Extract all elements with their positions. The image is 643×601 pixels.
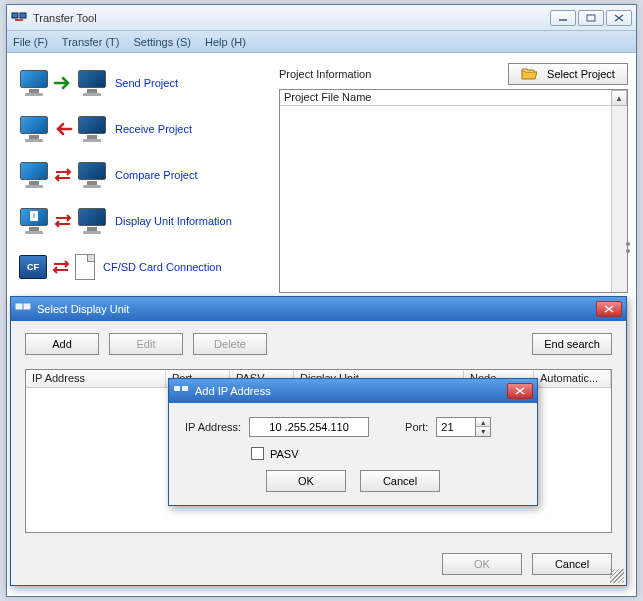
- maximize-button[interactable]: [578, 10, 604, 26]
- pasv-checkbox[interactable]: [251, 447, 264, 460]
- transfer-tool-icon: [11, 10, 27, 26]
- svg-rect-3: [587, 15, 595, 21]
- close-button[interactable]: [596, 301, 622, 317]
- ip-port-row: IP Address: Port: ▲ ▼: [185, 417, 521, 437]
- transfer-tool-icon: [173, 383, 189, 399]
- menu-transfer[interactable]: Transfer (T): [62, 36, 120, 48]
- monitor-icon: [19, 161, 49, 189]
- pasv-label: PASV: [270, 448, 299, 460]
- action-label: Send Project: [115, 77, 178, 89]
- arrow-both-icon: [53, 168, 73, 182]
- window-title: Transfer Tool: [33, 12, 550, 24]
- col-ip[interactable]: IP Address: [26, 370, 166, 387]
- ok-button[interactable]: OK: [442, 553, 522, 575]
- edit-button[interactable]: Edit: [109, 333, 183, 355]
- cfsd-icons: CF: [15, 254, 95, 280]
- dialog-footer: OK Cancel: [442, 553, 612, 575]
- ip-address-input[interactable]: [249, 417, 369, 437]
- menubar: File (F) Transfer (T) Settings (S) Help …: [7, 31, 636, 53]
- monitor-icon: [19, 115, 49, 143]
- dialog-buttons: OK Cancel: [185, 470, 521, 492]
- content-area: Send Project Receive Project Compare Pro…: [7, 53, 636, 303]
- end-search-button[interactable]: End search: [532, 333, 612, 355]
- unitinfo-icons: i: [15, 207, 107, 235]
- add-button[interactable]: Add: [25, 333, 99, 355]
- cancel-button[interactable]: Cancel: [532, 553, 612, 575]
- send-icons: [15, 69, 107, 97]
- column-header[interactable]: Project File Name: [280, 90, 627, 106]
- receive-icons: [15, 115, 107, 143]
- info-monitor-icon: i: [19, 207, 49, 235]
- document-icon: [75, 254, 95, 280]
- monitor-icon: [77, 207, 107, 235]
- monitor-icon: [19, 69, 49, 97]
- titlebar: Transfer Tool: [7, 5, 636, 31]
- action-send-project[interactable]: Send Project: [15, 63, 271, 103]
- close-button[interactable]: [606, 10, 632, 26]
- project-panel: Project Information Select Project Proje…: [279, 63, 628, 293]
- resize-handle[interactable]: [624, 239, 632, 259]
- select-project-button[interactable]: Select Project: [508, 63, 628, 85]
- svg-rect-6: [174, 386, 180, 391]
- svg-rect-4: [16, 304, 22, 309]
- arrow-left-icon: [53, 122, 73, 136]
- action-compare-project[interactable]: Compare Project: [15, 155, 271, 195]
- minimize-button[interactable]: [550, 10, 576, 26]
- transfer-tool-icon: [15, 301, 31, 317]
- port-input[interactable]: [436, 417, 476, 437]
- action-label: Receive Project: [115, 123, 192, 135]
- scrollbar[interactable]: [611, 90, 627, 292]
- delete-button[interactable]: Delete: [193, 333, 267, 355]
- action-cfsd-connection[interactable]: CF CF/SD Card Connection: [15, 247, 271, 287]
- dialog-title: Add IP Address: [195, 385, 507, 397]
- project-header: Project Information Select Project: [279, 63, 628, 85]
- svg-rect-7: [182, 386, 188, 391]
- svg-rect-5: [24, 304, 30, 309]
- arrow-right-icon: [53, 76, 73, 90]
- toolbar-row: Add Edit Delete End search: [25, 333, 612, 355]
- action-label: Compare Project: [115, 169, 198, 181]
- spin-down-button[interactable]: ▼: [476, 427, 490, 436]
- action-list: Send Project Receive Project Compare Pro…: [15, 63, 271, 293]
- monitor-icon: [77, 115, 107, 143]
- scroll-up-button[interactable]: ▲: [611, 90, 627, 106]
- arrow-both-icon: [53, 214, 73, 228]
- svg-rect-0: [12, 13, 18, 18]
- select-project-label: Select Project: [547, 68, 615, 80]
- resize-grip[interactable]: [610, 569, 624, 583]
- action-display-unit-info[interactable]: i Display Unit Information: [15, 201, 271, 241]
- spin-up-button[interactable]: ▲: [476, 418, 490, 427]
- action-label: Display Unit Information: [115, 215, 232, 227]
- dialog-title: Select Display Unit: [37, 303, 596, 315]
- monitor-icon: [77, 69, 107, 97]
- folder-open-icon: [521, 68, 537, 80]
- cancel-button[interactable]: Cancel: [360, 470, 440, 492]
- monitor-icon: [77, 161, 107, 189]
- ip-label: IP Address:: [185, 421, 241, 433]
- menu-help[interactable]: Help (H): [205, 36, 246, 48]
- close-button[interactable]: [507, 383, 533, 399]
- action-receive-project[interactable]: Receive Project: [15, 109, 271, 149]
- ok-button[interactable]: OK: [266, 470, 346, 492]
- pasv-row: PASV: [251, 447, 521, 460]
- col-automatic[interactable]: Automatic...: [534, 370, 611, 387]
- compare-icons: [15, 161, 107, 189]
- cf-card-icon: CF: [19, 255, 47, 279]
- window-controls: [550, 10, 632, 26]
- project-info-label: Project Information: [279, 68, 508, 80]
- project-file-list[interactable]: Project File Name ▲: [279, 89, 628, 293]
- menu-settings[interactable]: Settings (S): [133, 36, 190, 48]
- arrow-both-icon: [51, 260, 71, 274]
- menu-file[interactable]: File (F): [13, 36, 48, 48]
- add-ip-address-dialog: Add IP Address IP Address: Port: ▲ ▼ PAS…: [168, 378, 538, 506]
- port-spinner: ▲ ▼: [436, 417, 491, 437]
- action-label: CF/SD Card Connection: [103, 261, 222, 273]
- svg-rect-1: [20, 13, 26, 18]
- dialog-titlebar: Select Display Unit: [11, 297, 626, 321]
- port-label: Port:: [405, 421, 428, 433]
- dialog-titlebar: Add IP Address: [169, 379, 537, 403]
